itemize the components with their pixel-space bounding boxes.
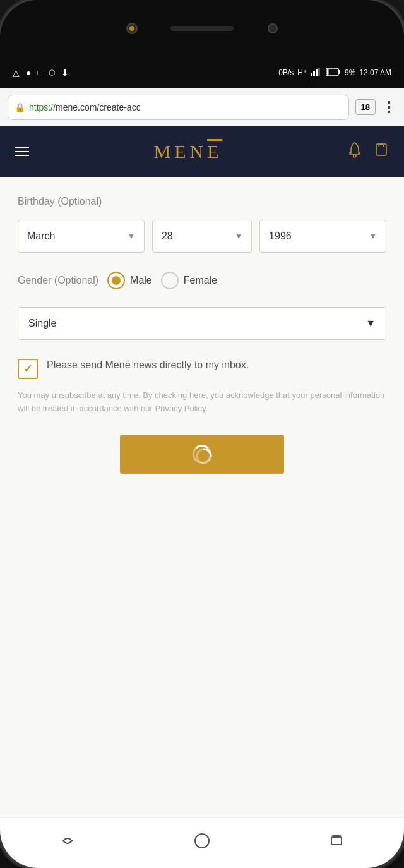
male-label: Male [130,275,152,286]
mene-header: MENE [0,126,404,177]
relationship-status-select[interactable]: Single ▼ [18,307,386,340]
month-arrow-icon: ▼ [128,232,135,241]
year-arrow-icon: ▼ [369,232,377,241]
time: 12:07 AM [359,68,391,77]
status-right: 0B/s H⁺ 9% [278,68,391,78]
status-bar: △ ● □ ⬡ ⬇ 0B/s H⁺ [0,57,404,88]
status-left-icons: △ ● □ ⬡ ⬇ [13,68,69,78]
front-camera [126,23,138,34]
newsletter-section: ✓ Please send Menē news directly to my i… [18,358,386,379]
svg-point-10 [195,834,209,848]
gender-label: Gender (Optional) [18,275,98,286]
browser-menu-button[interactable]: ⋮ [382,99,396,116]
day-arrow-icon: ▼ [235,232,242,241]
phone-top-bar [0,0,404,57]
female-label: Female [184,275,217,286]
month-select[interactable]: March ▼ [18,220,145,253]
ssl-lock-icon: 🔒 [15,102,25,112]
browser-bar: 🔒 https://mene.com/create-acc 18 ⋮ [0,88,404,126]
bottom-nav [0,817,404,868]
data-speed: 0B/s [278,68,294,77]
year-value: 1996 [269,231,292,242]
front-cam-sensor [268,23,278,33]
home-button[interactable] [193,832,211,854]
status-arrow-icon: ▼ [365,318,376,329]
svg-rect-0 [311,73,312,76]
url-text: https://mene.com/create-acc [29,102,141,112]
status-value: Single [28,318,56,329]
recents-button[interactable] [328,832,345,854]
svg-rect-3 [318,68,320,76]
notification-icon: △ [13,68,20,78]
submit-button[interactable] [120,435,284,474]
notification-bell-icon[interactable] [347,142,362,162]
day-value: 28 [162,231,173,242]
battery-save-icon: ⬡ [49,68,55,77]
battery-icon [326,68,341,78]
year-select[interactable]: 1996 ▼ [259,220,386,253]
hamburger-menu-button[interactable] [15,147,29,156]
svg-rect-1 [313,71,315,76]
newsletter-text: Please send Menē news directly to my inb… [47,358,249,373]
svg-rect-11 [331,837,342,845]
svg-point-7 [354,155,356,157]
birthday-row: March ▼ 28 ▼ 1996 ▼ [18,220,386,253]
svg-rect-2 [316,69,318,76]
back-button[interactable] [59,832,76,854]
gender-female-radio[interactable]: Female [161,272,217,289]
mene-logo: MENE [154,141,223,162]
svg-rect-6 [326,69,328,75]
signal-bars [311,68,322,78]
download-icon: ⬇ [61,68,69,78]
url-bar[interactable]: 🔒 https://mene.com/create-acc [8,95,349,120]
svg-rect-8 [376,144,386,155]
network-type: H⁺ [297,68,307,77]
header-icons [347,142,389,162]
checkmark-icon: ✓ [23,362,33,376]
main-form-content: Birthday (Optional) March ▼ 28 ▼ 1996 ▼ … [0,177,404,817]
gender-row: Gender (Optional) Male Female [18,272,386,289]
birthday-label: Birthday (Optional) [18,196,386,207]
loading-spinner-icon [193,445,211,464]
svg-rect-5 [338,70,340,74]
tab-count-button[interactable]: 18 [355,99,376,115]
male-radio-fill [112,276,121,285]
cart-icon[interactable] [374,142,389,162]
speaker [170,26,234,31]
whatsapp-icon: ● [26,68,31,78]
screenshot-icon: □ [37,68,42,77]
female-radio-button[interactable] [161,272,179,289]
day-select[interactable]: 28 ▼ [152,220,252,253]
battery-percent: 9% [345,68,355,77]
phone-shell: △ ● □ ⬡ ⬇ 0B/s H⁺ [0,0,404,868]
male-radio-button[interactable] [107,272,125,289]
newsletter-disclaimer: You may unsubscribe at any time. By chec… [18,389,386,416]
month-value: March [27,231,55,242]
newsletter-checkbox[interactable]: ✓ [18,359,38,379]
gender-male-radio[interactable]: Male [107,272,152,289]
